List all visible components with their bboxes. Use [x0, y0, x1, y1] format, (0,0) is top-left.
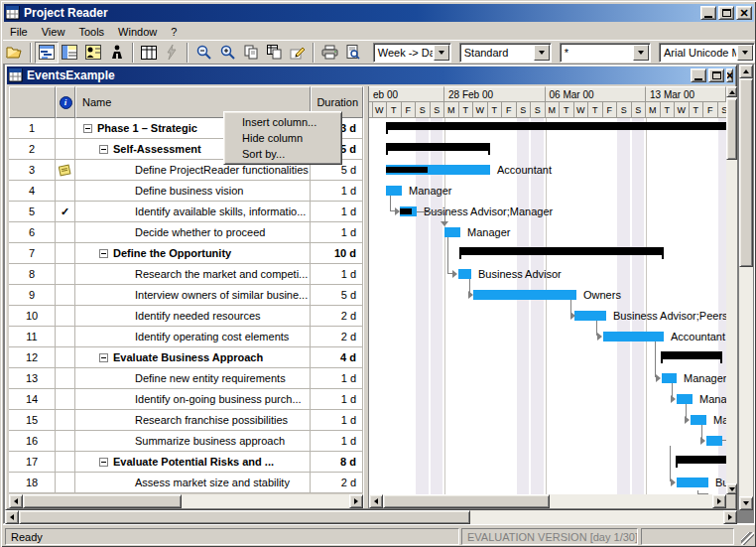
doc-close-button[interactable]: ✕ — [726, 68, 733, 82]
task-bar[interactable] — [691, 415, 706, 425]
summary-bar[interactable] — [386, 143, 490, 151]
summary-bar[interactable] — [459, 247, 664, 255]
menu-[interactable]: ? — [164, 24, 184, 40]
zoom-out-button[interactable] — [191, 42, 215, 64]
gantt-vscrollbar[interactable] — [726, 86, 737, 494]
task-bar[interactable] — [677, 394, 693, 404]
table-row[interactable]: 4Define business vision1 d — [9, 181, 363, 202]
scroll-up-arrow-icon[interactable] — [726, 86, 737, 97]
font-combo[interactable]: Arial Unicode MS — [659, 43, 755, 63]
summary-bar[interactable] — [386, 122, 726, 130]
collapse-outline-icon[interactable] — [99, 353, 108, 362]
context-menu-item-sort-by[interactable]: Sort by... — [224, 146, 341, 162]
column-header-info[interactable]: i — [56, 86, 75, 118]
context-menu-item-hide-column[interactable]: Hide column — [224, 130, 341, 146]
task-bar[interactable] — [603, 332, 664, 342]
collapse-outline-icon[interactable] — [99, 458, 108, 467]
copy-table-button[interactable] — [263, 42, 287, 64]
scroll-thumb[interactable] — [23, 494, 182, 508]
table-row[interactable]: 6Decide whether to proceed1 d — [9, 222, 363, 243]
maximize-button[interactable] — [718, 6, 734, 20]
task-bar[interactable] — [400, 206, 417, 216]
column-header-rownum[interactable] — [9, 86, 56, 118]
open-button[interactable] — [3, 42, 27, 64]
table-row[interactable]: 13Define new entity requirements1 d — [9, 368, 363, 389]
task-bar[interactable] — [458, 269, 471, 279]
dropdown-arrow-icon[interactable] — [737, 45, 753, 61]
table-row[interactable]: 12Evaluate Business Approach4 d — [9, 347, 363, 368]
dropdown-arrow-icon[interactable] — [633, 45, 649, 61]
export-button[interactable] — [286, 42, 310, 64]
scroll-left-arrow-icon[interactable] — [9, 494, 23, 508]
table-row[interactable]: 11Identify operating cost elements2 d — [9, 327, 363, 347]
scroll-left-arrow-icon[interactable] — [5, 510, 19, 524]
menu-view[interactable]: View — [35, 24, 72, 40]
table-row[interactable]: 16Summarize business approach1 d — [9, 431, 363, 452]
table-row[interactable]: 7Define the Opportunity10 d — [9, 243, 363, 264]
gantt-hscrollbar[interactable] — [369, 494, 726, 508]
zoom-in-button[interactable] — [215, 42, 239, 64]
mdi-hscrollbar[interactable] — [5, 510, 737, 524]
table-row[interactable]: 15Research franchise possibilities1 d — [9, 410, 363, 431]
table-row[interactable]: 10Identify needed resources2 d — [9, 306, 363, 327]
scroll-left-arrow-icon[interactable] — [369, 494, 383, 508]
table-hscrollbar[interactable] — [9, 494, 363, 508]
scroll-thumb[interactable] — [19, 510, 470, 524]
table-row[interactable]: 17Evaluate Potential Risks and ...8 d — [9, 452, 363, 473]
task-bar[interactable] — [386, 186, 402, 196]
dropdown-arrow-icon[interactable] — [434, 45, 449, 61]
scroll-thumb[interactable] — [739, 78, 753, 267]
close-button[interactable]: ✕ — [736, 6, 752, 20]
print-button[interactable] — [317, 42, 341, 64]
minimize-button[interactable] — [700, 6, 716, 20]
menu-tools[interactable]: Tools — [71, 24, 111, 40]
copy-button[interactable] — [239, 42, 263, 64]
scroll-right-arrow-icon[interactable] — [712, 494, 726, 508]
gantt-view-button[interactable] — [35, 42, 59, 64]
scroll-down-arrow-icon[interactable] — [739, 496, 753, 510]
summary-bar[interactable] — [676, 456, 726, 464]
filter-combo[interactable]: Standard — [459, 43, 552, 63]
menu-file[interactable]: File — [3, 24, 35, 40]
scroll-thumb[interactable] — [726, 98, 737, 160]
doc-minimize-button[interactable] — [691, 68, 706, 82]
scroll-down-arrow-icon[interactable] — [726, 483, 737, 494]
toolbar-separator — [313, 43, 315, 63]
table-button[interactable] — [137, 42, 161, 64]
resize-grip[interactable] — [741, 532, 754, 545]
doc-maximize-button[interactable] — [708, 68, 724, 82]
collapse-outline-icon[interactable] — [99, 249, 108, 258]
resource-view-button[interactable] — [81, 42, 105, 64]
table-row[interactable]: 5✓Identify available skills, informatio.… — [9, 202, 363, 222]
task-bar[interactable] — [662, 373, 677, 383]
task-bar[interactable] — [677, 478, 708, 487]
task-bar[interactable] — [574, 311, 606, 321]
search-combo[interactable]: * — [560, 43, 651, 63]
task-bar[interactable] — [706, 436, 722, 446]
person-button[interactable] — [105, 42, 129, 64]
table-row[interactable]: 14Identify on-going business purch...1 d — [9, 389, 363, 410]
scroll-up-arrow-icon[interactable] — [739, 65, 753, 78]
collapse-outline-icon[interactable] — [83, 124, 92, 133]
context-menu-item-insert-column[interactable]: Insert column... — [224, 114, 341, 130]
mdi-vscrollbar[interactable] — [739, 65, 753, 510]
task-bar[interactable] — [473, 290, 576, 300]
table-row[interactable]: 18Assess market size and stability2 d — [9, 473, 363, 493]
task-bar[interactable] — [444, 227, 460, 237]
print-preview-button[interactable] — [341, 42, 365, 64]
collapse-outline-icon[interactable] — [99, 145, 108, 154]
lightning-button[interactable] — [161, 42, 185, 64]
menu-window[interactable]: Window — [111, 24, 164, 40]
scroll-right-arrow-icon[interactable] — [723, 510, 737, 524]
table-row[interactable]: 8Research the market and competi...1 d — [9, 264, 363, 285]
dropdown-arrow-icon[interactable] — [534, 45, 550, 61]
scroll-thumb[interactable] — [383, 494, 550, 508]
timescale-combo[interactable]: Week -> Day — [373, 43, 451, 63]
task-view-button[interactable] — [59, 42, 82, 64]
task-bar[interactable] — [386, 165, 490, 175]
table-row[interactable]: 9Interview owners of similar busine...5 … — [9, 285, 363, 306]
scroll-right-arrow-icon[interactable] — [349, 494, 363, 508]
summary-bar-cap — [676, 456, 678, 468]
day-header-cell: S — [517, 102, 532, 118]
summary-bar[interactable] — [661, 351, 722, 359]
